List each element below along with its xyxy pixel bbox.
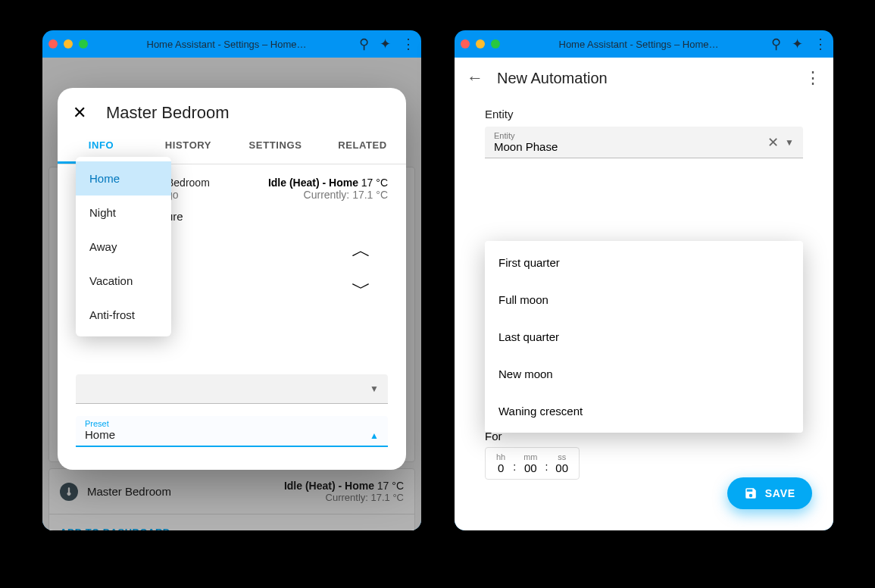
window-title: Home Assistant - Settings – Home… (506, 39, 771, 50)
minimize-window-dot[interactable] (476, 39, 485, 48)
traffic-lights (461, 39, 500, 48)
duration-ss-label: ss (555, 452, 568, 461)
close-window-dot[interactable] (461, 39, 470, 48)
more-vert-icon[interactable]: ⋮ (805, 68, 821, 88)
duration-input[interactable]: hh0 : mm00 : ss00 (485, 447, 580, 480)
info-ago-partial: go (167, 189, 210, 201)
preset-option-away[interactable]: Away (76, 230, 171, 264)
page-title: New Automation (497, 70, 608, 87)
to-option-first-quarter[interactable]: First quarter (485, 244, 803, 281)
chevron-down-icon: ▼ (370, 383, 379, 394)
zoom-window-dot[interactable] (79, 39, 88, 48)
preset-option-antifrost[interactable]: Anti-frost (76, 298, 171, 332)
hvac-mode-select[interactable]: ▼ (76, 374, 388, 404)
more-vert-icon[interactable]: ⋮ (402, 37, 415, 51)
preset-option-night[interactable]: Night (76, 195, 171, 230)
traffic-lights (48, 39, 88, 48)
titlebar: Home Assistant - Settings – Home… ⚲ ✦ ⋮ (455, 30, 833, 58)
to-option-new-moon[interactable]: New moon (485, 355, 803, 393)
duration-hh-label: hh (496, 452, 505, 461)
save-button-label: SAVE (765, 487, 795, 499)
titlebar: Home Assistant - Settings – Home… ⚲ ✦ ⋮ (42, 30, 421, 58)
preset-dropdown: Home Night Away Vacation Anti-frost (76, 157, 171, 336)
preset-option-home[interactable]: Home (76, 161, 171, 195)
more-vert-icon[interactable]: ⋮ (814, 37, 827, 51)
window-title: Home Assistant - Settings – Home… (94, 39, 359, 50)
close-icon[interactable]: ✕ (73, 103, 91, 123)
to-option-last-quarter[interactable]: Last quarter (485, 318, 803, 355)
search-icon[interactable]: ⚲ (359, 37, 369, 51)
duration-mm-label: mm (523, 452, 537, 461)
tab-settings[interactable]: SETTINGS (232, 129, 319, 164)
window-right: Home Assistant - Settings – Home… ⚲ ✦ ⋮ … (455, 30, 833, 530)
preset-option-vacation[interactable]: Vacation (76, 264, 171, 298)
duration-hh[interactable]: 0 (496, 461, 505, 474)
info-name-partial: Bedroom (167, 177, 210, 189)
preset-select[interactable]: Preset Home ▲ (76, 416, 388, 447)
save-disk-icon (744, 486, 758, 500)
entity-dialog: ✕ Master Bedroom INFO HISTORY SETTINGS R… (58, 88, 406, 470)
to-state-dropdown: First quarter Full moon Last quarter New… (485, 241, 803, 433)
to-option-waning-crescent[interactable]: Waning crescent (485, 393, 803, 430)
to-option-full-moon[interactable]: Full moon (485, 281, 803, 318)
dialog-title: Master Bedroom (106, 103, 230, 123)
temp-down-icon[interactable]: ﹀ (352, 278, 371, 298)
entity-section-label: Entity (485, 108, 803, 120)
info-status-value: 17 °C (361, 177, 388, 189)
preset-field-value: Home (85, 428, 115, 441)
entity-field-label: Entity (494, 131, 761, 140)
search-icon[interactable]: ⚲ (771, 37, 781, 51)
info-current: Currently: 17.1 °C (268, 189, 388, 201)
save-button[interactable]: SAVE (727, 477, 812, 509)
extension-icon[interactable]: ✦ (380, 37, 391, 51)
window-left: Home Assistant - Settings – Home… ⚲ ✦ ⋮ … (42, 30, 421, 530)
close-window-dot[interactable] (48, 39, 58, 48)
preset-field-label: Preset (85, 419, 115, 428)
temp-up-icon[interactable]: ︿ (352, 240, 371, 260)
duration-mm[interactable]: 00 (523, 461, 537, 474)
extension-icon[interactable]: ✦ (792, 37, 803, 51)
chevron-down-icon: ▼ (785, 137, 794, 148)
zoom-window-dot[interactable] (491, 39, 500, 48)
tab-related[interactable]: RELATED (319, 129, 406, 164)
chevron-up-icon: ▲ (370, 430, 379, 441)
entity-select[interactable]: Entity Moon Phase ✕ ▼ (485, 127, 803, 158)
info-status-label: Idle (Heat) - Home (268, 177, 358, 189)
entity-field-value: Moon Phase (494, 140, 761, 153)
duration-ss[interactable]: 00 (555, 461, 568, 474)
arrow-back-icon[interactable]: ← (467, 68, 483, 88)
clear-icon[interactable]: ✕ (767, 134, 779, 151)
minimize-window-dot[interactable] (64, 39, 73, 48)
